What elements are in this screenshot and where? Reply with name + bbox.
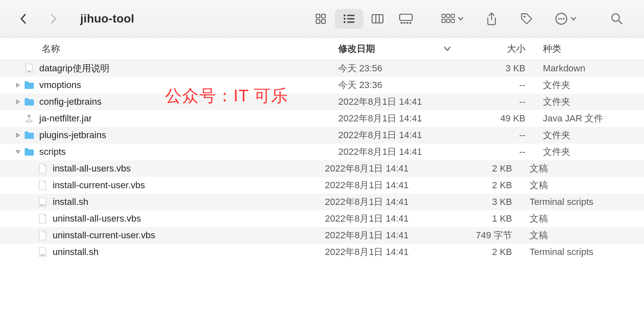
kind-cell: Terminal scripts (521, 197, 644, 207)
view-icons-button[interactable] (307, 9, 335, 29)
svg-point-26 (558, 18, 560, 20)
file-row[interactable]: plugins-jetbrains2022年8月1日 14:41--文件夹 (0, 127, 644, 144)
size-cell: 49 KB (459, 113, 535, 124)
file-name: datagrip使用说明 (39, 62, 109, 75)
size-cell: 749 字节 (446, 229, 521, 242)
doc-icon (37, 213, 48, 225)
more-actions-button[interactable] (555, 12, 576, 25)
svg-rect-16 (406, 22, 408, 24)
size-cell: -- (459, 96, 535, 107)
folder-icon (23, 79, 35, 91)
sort-descending-icon (444, 45, 451, 53)
view-list-button[interactable] (335, 9, 363, 29)
shell-icon: SHELL (37, 196, 48, 208)
svg-rect-19 (446, 14, 450, 18)
name-cell: MDdatagrip使用说明 (13, 62, 334, 75)
svg-point-34 (27, 120, 31, 121)
file-name: install.sh (53, 197, 89, 207)
forward-button[interactable] (49, 11, 58, 26)
view-columns-button[interactable] (363, 9, 392, 29)
shell-icon: SHELL (37, 246, 48, 258)
file-row[interactable]: vmoptions今天 23:36--文件夹 (0, 77, 644, 93)
svg-text:MD: MD (28, 71, 31, 73)
file-row[interactable]: ja-netfilter.jar2022年8月1日 14:4149 KBJava… (0, 110, 644, 127)
column-header-size[interactable]: 大小 (459, 43, 535, 55)
file-row[interactable]: SHELLuninstall.sh2022年8月1日 14:412 KBTerm… (0, 244, 644, 260)
file-name: install-all-users.vbs (53, 163, 131, 174)
chevron-down-icon (570, 16, 576, 22)
doc-icon (37, 163, 48, 174)
svg-rect-22 (446, 19, 450, 23)
name-cell: install-all-users.vbs (13, 163, 321, 174)
file-row[interactable]: install-all-users.vbs2022年8月1日 14:412 KB… (0, 160, 644, 177)
name-cell: SHELLinstall.sh (13, 196, 321, 208)
date-cell: 2022年8月1日 14:41 (321, 212, 446, 225)
file-row[interactable]: scripts2022年8月1日 14:41--文件夹 (0, 144, 644, 160)
name-cell: ja-netfilter.jar (13, 113, 334, 124)
date-cell: 2022年8月1日 14:41 (321, 196, 446, 208)
svg-point-28 (563, 18, 565, 20)
date-cell: 2022年8月1日 14:41 (334, 112, 459, 125)
view-switcher (307, 9, 420, 29)
date-cell: 2022年8月1日 14:41 (321, 246, 446, 258)
file-row[interactable]: install-current-user.vbs2022年8月1日 14:412… (0, 177, 644, 194)
svg-point-8 (344, 21, 346, 23)
file-name: install-current-user.vbs (53, 180, 145, 191)
size-cell: 2 KB (446, 247, 521, 257)
svg-rect-14 (401, 22, 403, 24)
svg-rect-13 (400, 14, 412, 20)
file-row[interactable]: config-jetbrains2022年8月1日 14:41--文件夹 (0, 93, 644, 110)
group-by-button[interactable] (441, 13, 464, 25)
size-cell: 3 KB (459, 63, 535, 74)
svg-rect-1 (322, 14, 325, 18)
svg-point-24 (524, 15, 526, 18)
name-cell: plugins-jetbrains (13, 129, 334, 141)
kind-cell: 文稿 (521, 212, 644, 225)
column-header-name[interactable]: 名称 (0, 43, 334, 55)
file-row[interactable]: SHELLinstall.sh2022年8月1日 14:413 KBTermin… (0, 194, 644, 210)
chevron-down-icon (458, 16, 464, 22)
date-cell: 2022年8月1日 14:41 (321, 229, 446, 242)
kind-cell: Markdown (535, 63, 644, 74)
date-cell: 2022年8月1日 14:41 (321, 162, 446, 175)
md-icon: MD (23, 63, 35, 74)
svg-rect-0 (316, 14, 320, 18)
kind-cell: 文件夹 (535, 129, 644, 141)
toolbar-actions (441, 12, 576, 26)
file-name: uninstall.sh (53, 247, 99, 257)
column-header-date[interactable]: 修改日期 (334, 43, 459, 55)
column-header-kind[interactable]: 种类 (535, 43, 644, 55)
svg-rect-5 (347, 15, 355, 16)
file-name: scripts (39, 146, 66, 157)
share-button[interactable] (484, 12, 499, 26)
search-button[interactable] (610, 12, 624, 26)
file-listing: 公众号：IT 可乐 MDdatagrip使用说明今天 23:563 KBMark… (0, 60, 644, 260)
svg-rect-21 (442, 19, 445, 23)
kind-cell: Java JAR 文件 (535, 112, 644, 125)
svg-point-6 (344, 18, 346, 20)
back-button[interactable] (18, 11, 28, 26)
size-cell: -- (459, 130, 535, 141)
kind-cell: 文件夹 (535, 146, 644, 158)
svg-rect-15 (403, 22, 406, 24)
svg-rect-20 (451, 14, 454, 18)
tags-button[interactable] (520, 12, 534, 26)
file-row[interactable]: uninstall-all-users.vbs2022年8月1日 14:411 … (0, 210, 644, 227)
doc-icon (37, 179, 48, 191)
file-name: uninstall-current-user.vbs (53, 230, 155, 241)
view-gallery-button[interactable] (392, 9, 420, 29)
disclosure-triangle[interactable] (13, 83, 23, 88)
file-row[interactable]: uninstall-current-user.vbs2022年8月1日 14:4… (0, 227, 644, 244)
size-cell: 2 KB (446, 180, 521, 191)
name-cell: scripts (13, 146, 334, 158)
size-cell: 1 KB (446, 213, 521, 224)
name-cell: config-jetbrains (13, 96, 334, 108)
disclosure-triangle[interactable] (13, 133, 23, 138)
file-name: uninstall-all-users.vbs (53, 213, 141, 224)
folder-icon (23, 146, 35, 158)
jar-icon (23, 113, 35, 124)
disclosure-triangle[interactable] (13, 99, 23, 104)
svg-text:SHELL: SHELL (40, 254, 46, 256)
disclosure-triangle[interactable] (13, 149, 23, 154)
file-row[interactable]: MDdatagrip使用说明今天 23:563 KBMarkdown (0, 60, 644, 77)
